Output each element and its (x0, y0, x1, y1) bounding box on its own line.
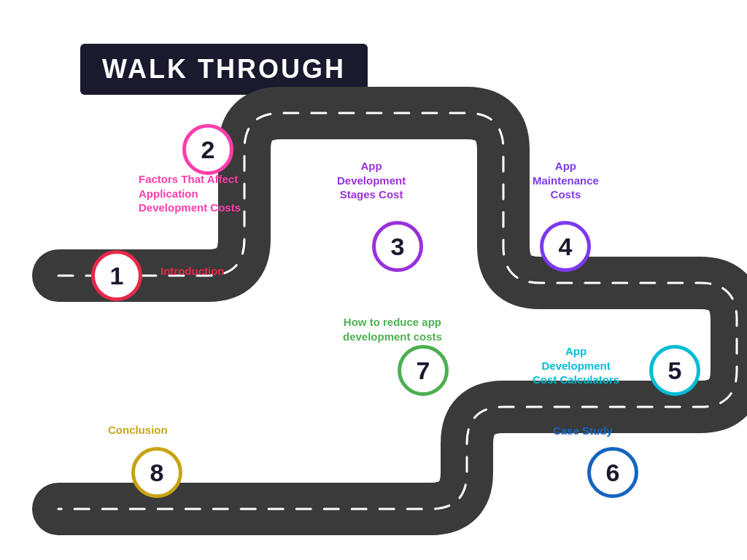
step-circle-2: 2 (182, 124, 233, 175)
step-circle-4: 4 (540, 221, 591, 272)
step-circle-7: 7 (398, 345, 449, 396)
step-label-8: Conclusion (108, 423, 168, 438)
step-label-3: AppDevelopmentStages Cost (337, 159, 406, 202)
step-circle-8: 8 (131, 447, 182, 498)
step-label-4: AppMaintenanceCosts (533, 159, 599, 202)
step-circle-3: 3 (372, 221, 423, 272)
step-label-6: Case Study (553, 424, 613, 438)
step-label-5: AppDevelopmentCost Calculators (533, 344, 619, 387)
step-circle-6: 6 (587, 447, 638, 498)
step-circle-5: 5 (649, 345, 700, 396)
step-label-7: How to reduce appdevelopment costs (343, 315, 442, 343)
step-circle-1: 1 (91, 250, 142, 301)
step-label-1: Introduction (160, 264, 224, 279)
step-label-2: Factors That AffectApplicationDevelopmen… (139, 172, 241, 215)
